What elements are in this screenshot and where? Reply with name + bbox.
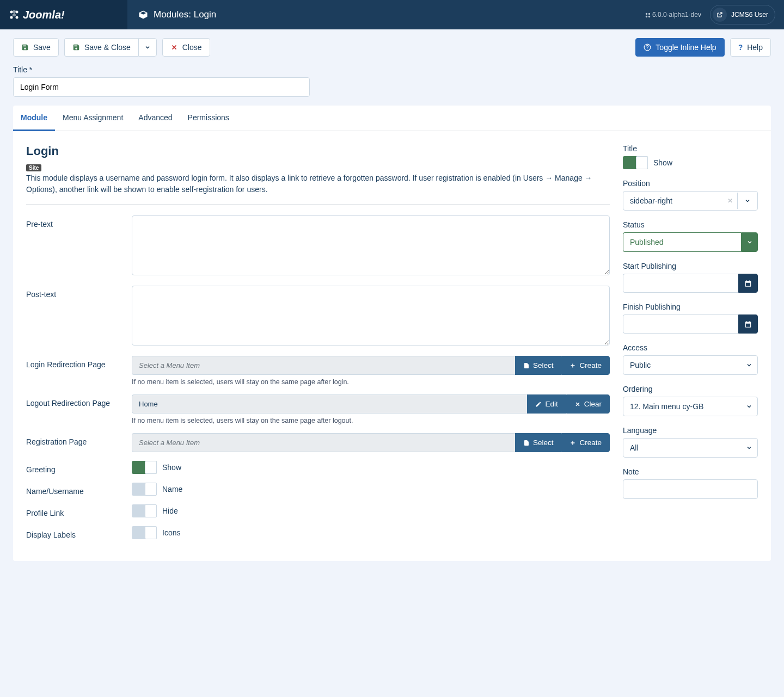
login-redirect-create-button[interactable]: Create [561,356,610,375]
logout-redirect-edit-button[interactable]: Edit [527,394,566,414]
side-title-toggle[interactable] [623,156,648,169]
tabs: Module Menu Assignment Advanced Permissi… [13,106,771,131]
tab-menu-assignment[interactable]: Menu Assignment [55,106,131,131]
greeting-value: Show [162,463,181,472]
finish-publishing-label: Finish Publishing [623,303,758,311]
position-label: Position [623,179,758,188]
file-icon [523,362,530,369]
position-value: sidebar-right [623,192,723,210]
profile-link-toggle[interactable] [132,504,157,517]
note-input[interactable] [623,479,758,499]
main-panel: Module Menu Assignment Advanced Permissi… [13,106,771,561]
registration-page-select-button[interactable]: Select [515,433,562,452]
logout-redirect-help: If no menu item is selected, users will … [132,417,610,424]
language-label: Language [623,426,758,435]
registration-page-picker: Select Create [132,433,610,452]
save-close-button[interactable]: Save & Close [64,38,138,57]
ordering-select[interactable]: 12. Main menu cy-GB [623,397,758,416]
chevron-down-icon [737,193,757,209]
login-redirect-select-button[interactable]: Select [515,356,562,375]
nameuser-toggle[interactable] [132,483,157,496]
module-icon [138,10,148,20]
toolbar: Save Save & Close Close Toggle Inline He… [0,29,784,65]
chevron-down-icon [741,232,758,252]
svg-point-1 [16,11,19,14]
side-title-value: Show [653,158,672,167]
side-title-label: Title [623,144,758,153]
edit-icon [535,401,542,408]
svg-point-0 [10,11,13,14]
posttext-textarea[interactable] [132,286,610,346]
logout-redirect-clear-button[interactable]: Clear [566,394,610,414]
login-redirect-input[interactable] [132,356,515,375]
access-label: Access [623,343,758,352]
plus-icon [569,440,576,446]
joomla-mark-icon [9,9,20,20]
svg-point-2 [10,16,13,19]
finish-publishing-calendar-button[interactable] [738,314,758,334]
question-circle-icon [644,44,651,51]
registration-page-create-button[interactable]: Create [561,433,610,452]
save-dropdown-button[interactable] [138,38,157,57]
svg-point-7 [648,16,650,17]
position-clear-icon[interactable]: ✕ [723,197,737,205]
access-select[interactable]: Public [623,355,758,375]
pretext-textarea[interactable] [132,215,610,275]
logout-redirect-label: Logout Redirection Page [26,394,132,424]
module-form: Login Site This module displays a userna… [26,144,610,548]
svg-point-6 [645,16,647,17]
registration-page-input[interactable] [132,433,515,452]
title-input[interactable] [13,77,310,97]
close-icon [170,44,178,51]
login-redirect-picker: Select Create [132,356,610,375]
note-label: Note [623,467,758,476]
joomla-logo: Joomla! [9,9,65,21]
app-header: Joomla! Modules: Login 6.0.0-alpha1-dev … [0,0,784,29]
display-labels-label: Display Labels [26,526,132,539]
status-select[interactable]: Published [623,232,758,252]
profile-link-value: Hide [162,507,178,515]
sidebar-form: Title Show Position sidebar-right ✕ Stat… [623,144,758,548]
tab-permissions[interactable]: Permissions [180,106,237,131]
title-label: Title * [13,65,771,74]
start-publishing-input[interactable] [623,274,738,293]
page-title: Modules: Login [154,9,216,20]
finish-publishing-input[interactable] [623,314,738,334]
tab-advanced[interactable]: Advanced [131,106,180,131]
display-labels-toggle[interactable] [132,526,157,539]
calendar-icon [744,280,752,287]
file-icon [523,440,530,446]
start-publishing-calendar-button[interactable] [738,274,758,293]
help-button[interactable]: ? Help [730,38,771,57]
header-title-area: Modules: Login [127,0,636,29]
question-icon: ? [738,43,743,52]
user-name: JCMS6 User [731,11,768,18]
user-menu[interactable]: JCMS6 User [710,5,775,24]
brand-area[interactable]: Joomla! [0,0,127,29]
pretext-label: Pre-text [26,215,132,277]
profile-link-label: Profile Link [26,504,132,517]
position-select[interactable]: sidebar-right ✕ [623,191,758,211]
chevron-down-icon [144,44,151,51]
toggle-inline-help-button[interactable]: Toggle Inline Help [635,38,724,57]
greeting-toggle[interactable] [132,461,157,474]
logout-redirect-input[interactable] [132,394,527,414]
save-icon [21,44,29,51]
save-icon [72,44,80,51]
nameuser-value: Name [162,485,182,494]
brand-text: Joomla! [23,9,65,21]
svg-point-3 [16,16,19,19]
logout-redirect-picker: Edit Clear [132,394,610,414]
client-badge: Site [26,164,41,171]
language-select[interactable]: All [623,438,758,458]
svg-point-5 [648,13,650,15]
display-labels-value: Icons [162,528,180,537]
version-text: 6.0.0-alpha1-dev [645,11,701,18]
title-field-area: Title * [0,65,784,106]
login-redirect-help: If no menu item is selected, users will … [132,378,610,386]
nameuser-label: Name/Username [26,483,132,496]
start-publishing-label: Start Publishing [623,262,758,270]
save-button[interactable]: Save [13,38,59,57]
close-button[interactable]: Close [162,38,210,57]
tab-module[interactable]: Module [13,106,55,131]
